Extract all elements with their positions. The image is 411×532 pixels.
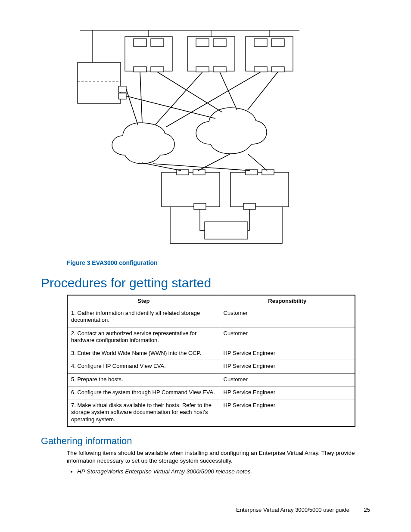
svg-rect-44 xyxy=(205,222,248,239)
svg-rect-10 xyxy=(187,37,235,71)
table-row: 3. Enter the World Wide Name (WWN) into … xyxy=(67,347,355,360)
resp-cell: HP Service Engineer xyxy=(220,347,355,360)
svg-rect-12 xyxy=(213,39,226,47)
configuration-diagram xyxy=(67,26,370,247)
resp-cell: Customer xyxy=(220,307,355,327)
table-row: 6. Configure the system through HP Comma… xyxy=(67,386,355,399)
svg-rect-39 xyxy=(243,203,255,209)
svg-rect-23 xyxy=(118,93,126,99)
svg-rect-19 xyxy=(271,67,284,72)
step-cell: 7. Make virtual disks available to their… xyxy=(67,399,220,426)
svg-rect-11 xyxy=(196,39,209,47)
svg-rect-5 xyxy=(125,37,172,71)
page-footer: Enterprise Virtual Array 3000/5000 user … xyxy=(236,507,370,513)
footer-text: Enterprise Virtual Array 3000/5000 user … xyxy=(236,507,349,513)
subsection-heading: Gathering information xyxy=(41,436,370,447)
procedures-table: Step Responsibility 1. Gather informatio… xyxy=(67,295,355,427)
svg-rect-7 xyxy=(151,39,164,47)
svg-rect-9 xyxy=(151,67,164,72)
table-row: 7. Make virtual disks available to their… xyxy=(67,399,355,426)
svg-line-24 xyxy=(126,89,138,125)
svg-rect-6 xyxy=(134,39,146,47)
table-header-responsibility: Responsibility xyxy=(220,295,355,307)
svg-rect-36 xyxy=(230,172,289,207)
svg-rect-14 xyxy=(213,67,226,72)
svg-line-28 xyxy=(155,72,202,125)
svg-rect-38 xyxy=(262,170,274,175)
step-cell: 4. Configure HP Command View EVA. xyxy=(67,360,220,373)
table-row: 1. Gather information and identify all r… xyxy=(67,307,355,327)
resp-cell: HP Service Engineer xyxy=(220,399,355,426)
svg-rect-22 xyxy=(118,86,126,92)
step-cell: 5. Prepare the hosts. xyxy=(67,373,220,386)
svg-rect-17 xyxy=(271,39,284,47)
resp-cell: Customer xyxy=(220,327,355,347)
resp-cell: HP Service Engineer xyxy=(220,360,355,373)
figure-caption: Figure 3 EVA3000 configuration xyxy=(67,259,370,266)
svg-rect-18 xyxy=(254,67,267,72)
svg-rect-35 xyxy=(194,203,206,209)
table-row: 4. Configure HP Command View EVA. HP Ser… xyxy=(67,360,355,373)
svg-line-31 xyxy=(248,72,278,110)
svg-rect-15 xyxy=(246,37,293,71)
step-cell: 6. Configure the system through HP Comma… xyxy=(67,386,220,399)
svg-line-26 xyxy=(140,72,142,123)
body-paragraph: The following items should be available … xyxy=(67,449,370,465)
svg-rect-13 xyxy=(196,67,209,72)
svg-rect-8 xyxy=(134,67,146,72)
list-item: HP StorageWorks Enterprise Virtual Array… xyxy=(77,468,370,475)
step-cell: 2. Contact an authorized service represe… xyxy=(67,327,220,347)
table-header-step: Step xyxy=(67,295,220,307)
section-heading: Procedures for getting started xyxy=(41,276,370,290)
svg-rect-20 xyxy=(78,62,121,103)
bullet-list: HP StorageWorks Enterprise Virtual Array… xyxy=(70,468,370,475)
table-row: 2. Contact an authorized service represe… xyxy=(67,327,355,347)
svg-rect-16 xyxy=(254,39,267,47)
resp-cell: Customer xyxy=(220,373,355,386)
svg-rect-33 xyxy=(177,170,189,175)
resp-cell: HP Service Engineer xyxy=(220,386,355,399)
step-cell: 3. Enter the World Wide Name (WWN) into … xyxy=(67,347,220,360)
step-cell: 1. Gather information and identify all r… xyxy=(67,307,220,327)
table-row: 5. Prepare the hosts. Customer xyxy=(67,373,355,386)
page-number: 25 xyxy=(364,507,370,513)
svg-rect-32 xyxy=(162,172,220,207)
svg-line-43 xyxy=(248,154,267,171)
